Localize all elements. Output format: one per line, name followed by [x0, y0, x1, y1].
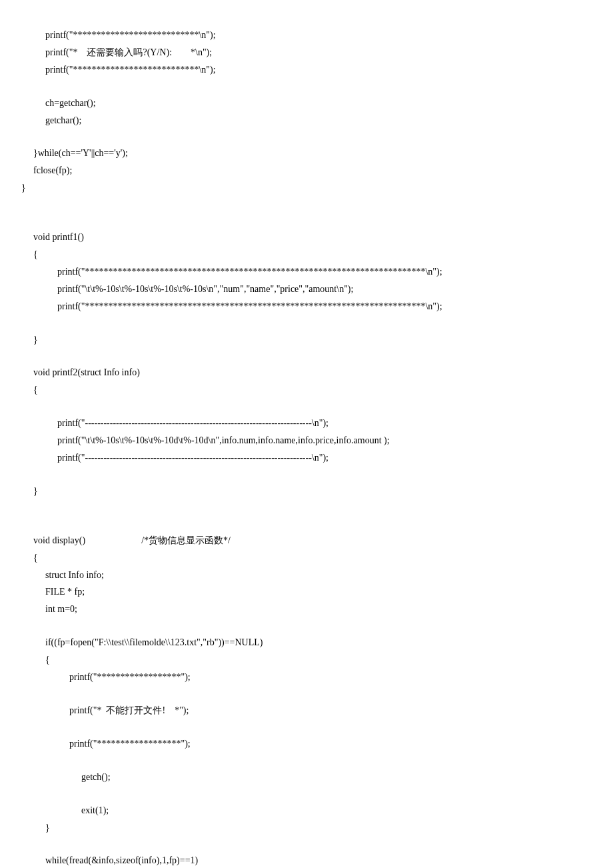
blank-line: [33, 618, 580, 634]
code-line: printf("******************");: [33, 669, 580, 686]
blank-line: [33, 836, 580, 852]
code-line: if((fp=fopen("F:\\test\\filemolde\\123.t…: [33, 634, 580, 651]
code-line: printf("********************************…: [33, 263, 580, 281]
code-line: ch=getchar();: [33, 95, 580, 112]
code-line: exit(1);: [33, 802, 580, 819]
code-line: void printf2(struct Info info): [33, 364, 580, 381]
blank-line: [33, 467, 580, 483]
blank-line: [33, 719, 580, 735]
code-line: printf("--------------------------------…: [33, 449, 580, 467]
code-line: {: [33, 246, 580, 263]
blank-line: [33, 399, 580, 415]
code-line: getch();: [33, 769, 580, 786]
code-line: {: [33, 549, 580, 567]
code-line: }: [33, 483, 580, 500]
code-line: printf("\t\t%-10s\t%-10s\t%-10d\t%-10d\n…: [33, 432, 580, 449]
code-line: printf("***************************\n");: [33, 27, 580, 44]
code-line: printf("* 还需要输入吗?(Y/N): *\n");: [33, 44, 580, 61]
blank-line: [33, 500, 580, 516]
code-line: getchar();: [33, 112, 580, 129]
code-line: printf("******************");: [33, 735, 580, 753]
blank-line: [33, 753, 580, 769]
blank-line: [33, 786, 580, 802]
blank-line: [33, 79, 580, 95]
code-line: printf("* 不能打开文件! *");: [33, 702, 580, 719]
blank-line: [33, 348, 580, 364]
code-line: void display() /*货物信息显示函数*/: [33, 532, 580, 549]
code-line: void printf1(): [33, 229, 580, 246]
blank-line: [33, 686, 580, 702]
blank-line: [33, 516, 580, 532]
blank-line: [33, 129, 580, 145]
blank-line: [33, 213, 580, 229]
code-line: while(fread(&info,sizeof(info),1,fp)==1): [33, 852, 580, 868]
code-line: printf("\t\t%-10s\t%-10s\t%-10s\t%-10s\n…: [33, 281, 580, 298]
code-line: struct Info info;: [33, 567, 580, 584]
code-line: int m=0;: [33, 601, 580, 618]
code-line: printf("--------------------------------…: [33, 415, 580, 432]
code-line: }while(ch=='Y'||ch=='y');: [33, 145, 580, 162]
code-line: {: [33, 651, 580, 669]
code-line: {: [33, 381, 580, 399]
blank-line: [33, 197, 580, 213]
code-line: printf("***************************\n");: [33, 61, 580, 79]
blank-line: [33, 315, 580, 331]
code-line: }: [33, 819, 580, 837]
code-document: printf("***************************\n");…: [33, 27, 580, 868]
code-line: }: [21, 179, 580, 197]
code-line: FILE * fp;: [33, 583, 580, 601]
code-line: printf("********************************…: [33, 298, 580, 315]
code-line: }: [33, 331, 580, 349]
code-line: fclose(fp);: [33, 162, 580, 179]
